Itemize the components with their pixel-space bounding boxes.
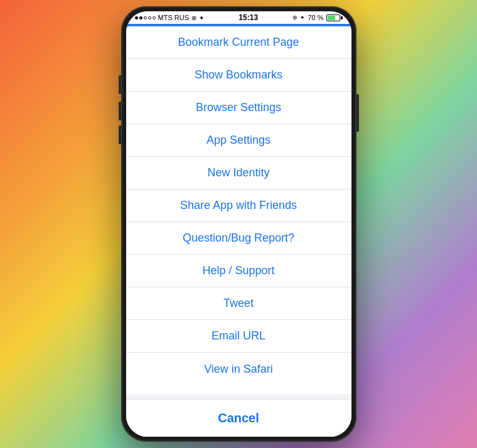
cancel-section: Cancel bbox=[126, 394, 351, 437]
menu-item-help-support[interactable]: Help / Support bbox=[126, 255, 351, 287]
status-time: 15:13 bbox=[238, 13, 258, 22]
menu-item-bug-report[interactable]: Question/Bug Report? bbox=[126, 222, 351, 255]
bluetooth-icon: ✦ bbox=[300, 14, 305, 21]
menu-item-label-new-identity: New Identity bbox=[207, 166, 269, 179]
cancel-button[interactable]: Cancel bbox=[126, 399, 351, 437]
signal-extra-icon: ✦ bbox=[199, 14, 204, 21]
airdrop-icon: ⊕ bbox=[292, 14, 297, 21]
menu-item-browser-settings[interactable]: Browser Settings bbox=[126, 92, 351, 124]
menu-item-label-share-app: Share App with Friends bbox=[180, 199, 297, 212]
menu-item-view-in-safari[interactable]: View in Safari bbox=[126, 353, 351, 385]
menu-item-label-bug-report: Question/Bug Report? bbox=[183, 232, 294, 245]
menu-item-label-tweet: Tweet bbox=[223, 297, 254, 310]
menu-item-email-url[interactable]: Email URL bbox=[126, 320, 351, 353]
menu-item-app-settings[interactable]: App Settings bbox=[126, 124, 351, 157]
menu-item-new-identity[interactable]: New Identity bbox=[126, 157, 351, 189]
carrier-label: MTS RUS bbox=[158, 14, 190, 21]
battery-percentage: 70 % bbox=[308, 14, 323, 21]
screen: MTS RUS ⊗ ✦ 15:13 ⊕ ✦ 70 % bbox=[126, 11, 351, 437]
menu-container: Bookmark Current PageShow BookmarksBrows… bbox=[126, 26, 351, 394]
status-left: MTS RUS ⊗ ✦ bbox=[135, 14, 205, 21]
menu-item-label-view-in-safari: View in Safari bbox=[204, 363, 273, 376]
status-bar: MTS RUS ⊗ ✦ 15:13 ⊕ ✦ 70 % bbox=[126, 11, 351, 24]
menu-item-label-browser-settings: Browser Settings bbox=[196, 101, 281, 114]
phone-frame: MTS RUS ⊗ ✦ 15:13 ⊕ ✦ 70 % bbox=[121, 6, 356, 442]
menu-item-share-app[interactable]: Share App with Friends bbox=[126, 189, 351, 222]
signal-icon bbox=[135, 16, 156, 19]
menu-item-label-email-url: Email URL bbox=[212, 329, 265, 343]
menu-item-bookmark-current[interactable]: Bookmark Current Page bbox=[126, 26, 351, 59]
menu-item-label-app-settings: App Settings bbox=[206, 134, 271, 147]
menu-item-tweet[interactable]: Tweet bbox=[126, 287, 351, 320]
menu-item-label-bookmark-current: Bookmark Current Page bbox=[178, 36, 299, 49]
battery-icon bbox=[326, 14, 343, 21]
menu-item-label-help-support: Help / Support bbox=[202, 264, 274, 277]
action-sheet: Bookmark Current PageShow BookmarksBrows… bbox=[126, 26, 351, 437]
wifi-icon: ⊗ bbox=[191, 14, 196, 21]
menu-item-show-bookmarks[interactable]: Show Bookmarks bbox=[126, 59, 351, 92]
menu-item-label-show-bookmarks: Show Bookmarks bbox=[195, 68, 282, 82]
status-right: ⊕ ✦ 70 % bbox=[292, 14, 342, 21]
